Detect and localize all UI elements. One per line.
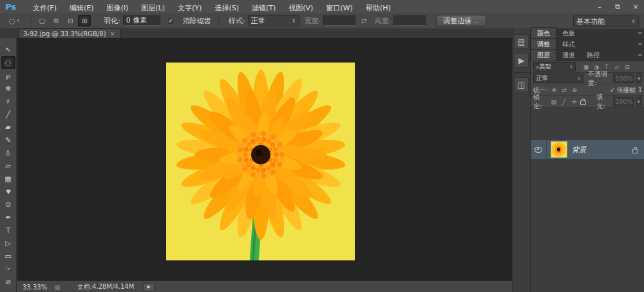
menu-item-2[interactable]: 图像(I) bbox=[100, 4, 135, 12]
blur-tool[interactable]: ♠ bbox=[1, 185, 15, 198]
hand-tool[interactable]: ☞ bbox=[1, 262, 15, 275]
layer-filter-select[interactable]: ⌕ 类型 ⇕ bbox=[533, 62, 576, 72]
menu-item-7[interactable]: 视图(V) bbox=[282, 4, 319, 12]
menu-item-3[interactable]: 图层(L) bbox=[135, 4, 171, 12]
actions-panel-icon[interactable]: ▶ bbox=[514, 53, 529, 68]
subtract-from-selection-button[interactable]: ⊟ bbox=[64, 15, 77, 26]
restore-button[interactable]: ⧉ bbox=[613, 3, 622, 11]
tab-swatches[interactable]: 色板 bbox=[556, 28, 581, 39]
unify-icon-2[interactable]: ⊕ bbox=[571, 87, 578, 93]
chevron-down-icon[interactable]: ▼ bbox=[636, 73, 642, 83]
menu-item-8[interactable]: 窗口(W) bbox=[319, 4, 359, 12]
panel-menu-icon[interactable]: ≡ bbox=[638, 52, 642, 58]
minimize-button[interactable]: – bbox=[595, 3, 604, 11]
filter-icon-4[interactable]: ⊡ bbox=[623, 64, 632, 70]
swap-dimensions-icon[interactable]: ⇄ bbox=[361, 17, 366, 25]
eraser-tool[interactable]: ▱ bbox=[1, 159, 15, 172]
lock-row: 锁定: ▨╱✛ 填充: 100% ▼ bbox=[531, 96, 644, 108]
menu-item-4[interactable]: 文字(Y) bbox=[171, 4, 208, 12]
window-controls: – ⧉ × bbox=[595, 0, 640, 13]
chevron-down-icon[interactable]: ▼ bbox=[636, 97, 642, 106]
gradient-tool[interactable]: ▦ bbox=[1, 172, 15, 185]
selection-mode-buttons: ▢⧉⊟⊞ bbox=[35, 15, 91, 26]
healing-brush-tool[interactable]: ▰ bbox=[1, 121, 15, 133]
pen-tool[interactable]: ✒ bbox=[1, 211, 15, 224]
divider bbox=[218, 15, 219, 26]
antialias-checkbox[interactable]: ✓ bbox=[167, 17, 175, 25]
feather-input[interactable]: 0 像素 bbox=[123, 15, 160, 26]
menu-item-9[interactable]: 帮助(H) bbox=[359, 4, 397, 12]
chevron-updown-icon: ⇕ bbox=[567, 64, 573, 70]
history-panel-icon[interactable]: ▤ bbox=[514, 34, 529, 49]
menu-item-0[interactable]: 文件(F) bbox=[26, 4, 63, 12]
status-expand-button[interactable]: ▶ bbox=[143, 283, 155, 291]
crop-tool[interactable]: ♯ bbox=[1, 95, 15, 108]
unify-icon-0[interactable]: ✥ bbox=[550, 87, 558, 93]
lock-all-icon[interactable] bbox=[580, 101, 586, 105]
tab-paths[interactable]: 路径 bbox=[581, 50, 605, 61]
add-to-selection-button[interactable]: ⧉ bbox=[50, 15, 62, 26]
move-tool[interactable]: ↖ bbox=[1, 43, 15, 56]
unify-icon-1[interactable]: ⇄ bbox=[560, 87, 568, 93]
right-dock: ▤▶◫ 颜色 色板 ≡ 调整 样式 ≡ 图层 通道 路径 ≡ ⌕ 类型 ⇕ bbox=[512, 28, 644, 292]
chevron-down-icon: ▾ bbox=[17, 18, 20, 23]
filter-icon-3[interactable]: ▱ bbox=[612, 64, 621, 70]
menu-item-6[interactable]: 滤镜(T) bbox=[245, 4, 282, 12]
panel-menu-icon[interactable]: ≡ bbox=[638, 41, 642, 47]
canvas-pasteboard[interactable] bbox=[17, 38, 512, 280]
intersect-selection-button[interactable]: ⊞ bbox=[78, 15, 91, 26]
opacity-input[interactable]: 100% bbox=[613, 73, 634, 83]
rectangle-tool[interactable]: ▭ bbox=[1, 249, 15, 262]
tool-preset-picker[interactable]: ◌ ▾ bbox=[9, 17, 19, 25]
width-input[interactable] bbox=[323, 15, 355, 26]
feather-label: 羽化: bbox=[104, 16, 120, 26]
status-bar: 33.33% ◍ 文档:4.28M/4.14M ▶ bbox=[17, 280, 512, 292]
tab-layers[interactable]: 图层 bbox=[531, 49, 556, 61]
properties-panel-icon[interactable]: ◫ bbox=[514, 77, 529, 92]
lock-icon-0[interactable]: ▨ bbox=[550, 99, 558, 105]
fill-input[interactable]: 100% bbox=[613, 97, 634, 106]
visibility-cell[interactable] bbox=[531, 140, 547, 159]
menu-item-1[interactable]: 编辑(E) bbox=[63, 4, 100, 12]
lock-icon-1[interactable]: ╱ bbox=[560, 99, 568, 105]
chevron-updown-icon: ⇕ bbox=[574, 76, 581, 81]
eyedropper-tool[interactable]: ╱ bbox=[1, 108, 15, 121]
tab-channels[interactable]: 通道 bbox=[556, 50, 581, 61]
document-tab-strip: 3-92.jpg @ 33.3%(RGB/8) × bbox=[0, 28, 512, 39]
close-button[interactable]: × bbox=[631, 3, 640, 11]
height-input[interactable] bbox=[393, 15, 426, 26]
lock-icon-2[interactable]: ✛ bbox=[571, 99, 578, 105]
elliptical-marquee-tool[interactable]: ◌ bbox=[1, 56, 15, 69]
clone-stamp-tool[interactable]: ♙ bbox=[1, 146, 15, 159]
tab-styles[interactable]: 样式 bbox=[556, 39, 581, 50]
type-tool[interactable]: T bbox=[1, 224, 15, 237]
layers-panel-tabs: 图层 通道 路径 ≡ bbox=[531, 50, 644, 61]
document-tab[interactable]: 3-92.jpg @ 33.3%(RGB/8) × bbox=[18, 28, 120, 38]
zoom-level-field[interactable]: 33.33% bbox=[23, 284, 55, 291]
panel-menu-icon[interactable]: ≡ bbox=[638, 30, 642, 36]
brush-tool[interactable]: ✎ bbox=[1, 133, 15, 146]
layers-list: 背景 bbox=[531, 140, 644, 292]
tab-adjustments[interactable]: 调整 bbox=[531, 38, 556, 50]
workspace-select[interactable]: 基本功能 ⇕ bbox=[573, 15, 639, 27]
dodge-tool[interactable]: ⊙ bbox=[1, 198, 15, 211]
style-select[interactable]: 正常 ⇕ bbox=[248, 15, 299, 26]
blend-mode-select[interactable]: 正常 ⇕ bbox=[533, 73, 583, 83]
refine-edge-button[interactable]: 调整边缘 ... bbox=[436, 15, 486, 27]
tab-color[interactable]: 颜色 bbox=[531, 27, 556, 39]
zoom-tool[interactable]: ⊘ bbox=[1, 275, 15, 288]
magic-wand-tool[interactable]: ✻ bbox=[1, 82, 15, 95]
divider bbox=[30, 15, 31, 26]
path-selection-tool[interactable]: ▷ bbox=[1, 237, 15, 249]
tab-close-icon[interactable]: × bbox=[110, 30, 115, 37]
layer-thumbnail[interactable] bbox=[551, 141, 567, 158]
new-selection-button[interactable]: ▢ bbox=[35, 15, 48, 26]
layer-row-background[interactable]: 背景 bbox=[531, 140, 644, 160]
chevron-updown-icon: ⇕ bbox=[288, 18, 296, 24]
document-canvas[interactable] bbox=[166, 63, 355, 260]
propagate-frame-checkbox[interactable]: ✓ 传播帧 1 bbox=[610, 86, 642, 95]
layers-filter-row: ⌕ 类型 ⇕ ▣◑T▱⊡ bbox=[531, 61, 644, 73]
menu-item-5[interactable]: 选择(S) bbox=[208, 4, 245, 12]
lasso-tool[interactable]: ℘ bbox=[1, 69, 15, 82]
lock-label: 锁定: bbox=[533, 93, 548, 111]
